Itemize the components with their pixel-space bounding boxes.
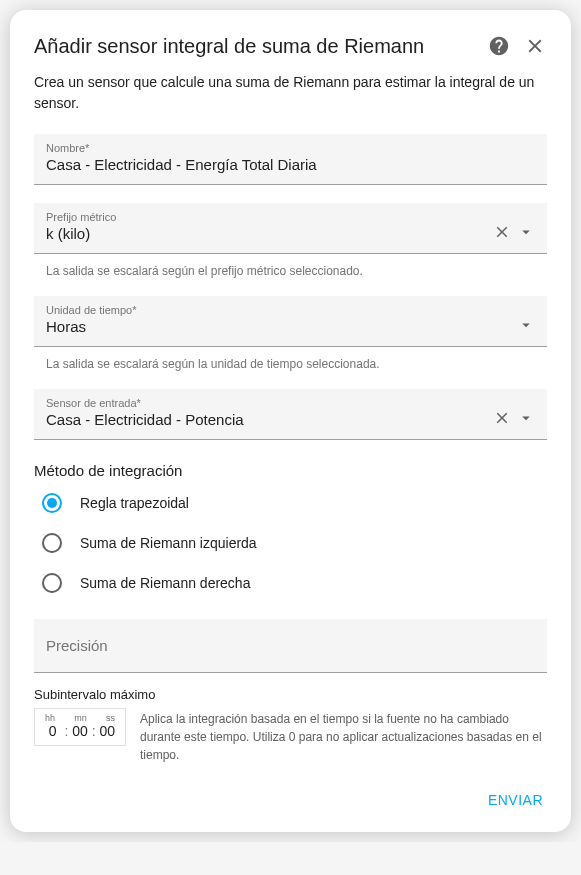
metric-prefix-field[interactable]: Prefijo métrico k (kilo) bbox=[34, 203, 547, 254]
time-mn-value: 00 bbox=[70, 723, 89, 739]
clear-icon[interactable] bbox=[493, 409, 511, 427]
submit-button[interactable]: ENVIAR bbox=[484, 784, 547, 816]
dropdown-icon[interactable] bbox=[517, 223, 535, 241]
radio-option[interactable]: Regla trapezoidal bbox=[42, 493, 547, 513]
dropdown-icon[interactable] bbox=[517, 316, 535, 334]
help-icon[interactable] bbox=[487, 34, 511, 58]
radio-option[interactable]: Suma de Riemann izquierda bbox=[42, 533, 547, 553]
time-ss-value: 00 bbox=[98, 723, 117, 739]
input-sensor-value: Casa - Electricidad - Potencia bbox=[46, 411, 493, 431]
precision-field[interactable]: Precisión bbox=[34, 619, 547, 673]
subinterval-time-input[interactable]: hh mn ss 0 : 00 : 00 bbox=[34, 708, 126, 746]
time-hh-value: 0 bbox=[43, 723, 62, 739]
radio-option[interactable]: Suma de Riemann derecha bbox=[42, 573, 547, 593]
radio-label: Suma de Riemann izquierda bbox=[80, 535, 257, 551]
name-label: Nombre* bbox=[46, 142, 535, 154]
subinterval-label: Subintervalo máximo bbox=[34, 687, 547, 702]
name-value: Casa - Electricidad - Energía Total Diar… bbox=[46, 156, 535, 176]
time-unit-value: Horas bbox=[46, 318, 517, 338]
time-unit-helper: La salida se escalará según la unidad de… bbox=[34, 347, 547, 371]
radio-circle-icon bbox=[42, 493, 62, 513]
time-ss-label: ss bbox=[106, 713, 115, 723]
integration-method-group: Regla trapezoidalSuma de Riemann izquier… bbox=[34, 493, 547, 593]
input-sensor-field[interactable]: Sensor de entrada* Casa - Electricidad -… bbox=[34, 389, 547, 440]
dialog-footer: ENVIAR bbox=[34, 784, 547, 816]
radio-circle-icon bbox=[42, 533, 62, 553]
integration-method-title: Método de integración bbox=[34, 462, 547, 479]
dialog-header: Añadir sensor integral de suma de Rieman… bbox=[34, 34, 547, 58]
clear-icon[interactable] bbox=[493, 223, 511, 241]
metric-prefix-value: k (kilo) bbox=[46, 225, 493, 245]
metric-prefix-label: Prefijo métrico bbox=[46, 211, 493, 223]
time-hh-label: hh bbox=[45, 713, 55, 723]
radio-label: Suma de Riemann derecha bbox=[80, 575, 250, 591]
input-sensor-label: Sensor de entrada* bbox=[46, 397, 493, 409]
name-field[interactable]: Nombre* Casa - Electricidad - Energía To… bbox=[34, 134, 547, 185]
riemann-sensor-dialog: Añadir sensor integral de suma de Rieman… bbox=[10, 10, 571, 832]
metric-prefix-helper: La salida se escalará según el prefijo m… bbox=[34, 254, 547, 278]
dropdown-icon[interactable] bbox=[517, 409, 535, 427]
dialog-title: Añadir sensor integral de suma de Rieman… bbox=[34, 35, 475, 58]
subinterval-help: Aplica la integración basada en el tiemp… bbox=[140, 708, 547, 764]
time-mn-label: mn bbox=[74, 713, 87, 723]
dialog-description: Crea un sensor que calcule una suma de R… bbox=[34, 72, 547, 114]
time-unit-label: Unidad de tiempo* bbox=[46, 304, 517, 316]
time-unit-field[interactable]: Unidad de tiempo* Horas bbox=[34, 296, 547, 347]
subinterval-row: hh mn ss 0 : 00 : 00 Aplica la integraci… bbox=[34, 708, 547, 764]
radio-label: Regla trapezoidal bbox=[80, 495, 189, 511]
radio-circle-icon bbox=[42, 573, 62, 593]
close-icon[interactable] bbox=[523, 34, 547, 58]
